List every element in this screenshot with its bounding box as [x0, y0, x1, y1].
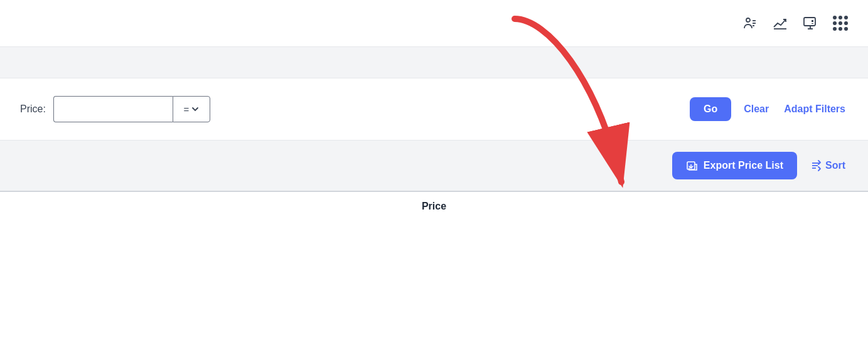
chevron-down-icon: [191, 105, 199, 113]
spacer-band: [0, 47, 868, 78]
export-label: Export Price List: [704, 160, 783, 171]
operator-symbol: =: [184, 104, 190, 115]
filter-right: Go Clear Adapt Filters: [690, 97, 848, 121]
sort-button[interactable]: Sort: [807, 152, 848, 179]
filter-section: Price: = Go Clear Adapt Filters: [0, 78, 868, 141]
monitor-icon[interactable]: [803, 16, 818, 31]
action-bar: Export Price List Sort: [0, 141, 868, 192]
price-input-group: =: [53, 96, 210, 122]
header-bar: [0, 0, 868, 47]
svg-rect-8: [812, 20, 813, 22]
grid-apps-icon[interactable]: [833, 16, 848, 31]
sort-label: Sort: [825, 160, 845, 171]
col-price-header: Price: [422, 201, 446, 212]
export-icon: [686, 159, 699, 172]
analytics-icon[interactable]: [773, 16, 788, 31]
sort-icon: [810, 159, 822, 172]
svg-rect-5: [804, 18, 815, 26]
export-price-list-button[interactable]: Export Price List: [672, 152, 797, 179]
user-list-icon[interactable]: [742, 16, 758, 31]
go-button[interactable]: Go: [690, 97, 731, 121]
dots-grid: [833, 16, 848, 31]
price-input[interactable]: [53, 96, 173, 122]
price-label: Price:: [20, 104, 46, 115]
svg-rect-9: [812, 23, 813, 24]
adapt-filters-button[interactable]: Adapt Filters: [781, 97, 848, 121]
filter-left: Price: =: [20, 96, 210, 122]
clear-button[interactable]: Clear: [741, 97, 771, 121]
table-header: Price: [0, 192, 868, 221]
price-operator-button[interactable]: =: [173, 96, 210, 122]
svg-point-0: [746, 18, 750, 22]
